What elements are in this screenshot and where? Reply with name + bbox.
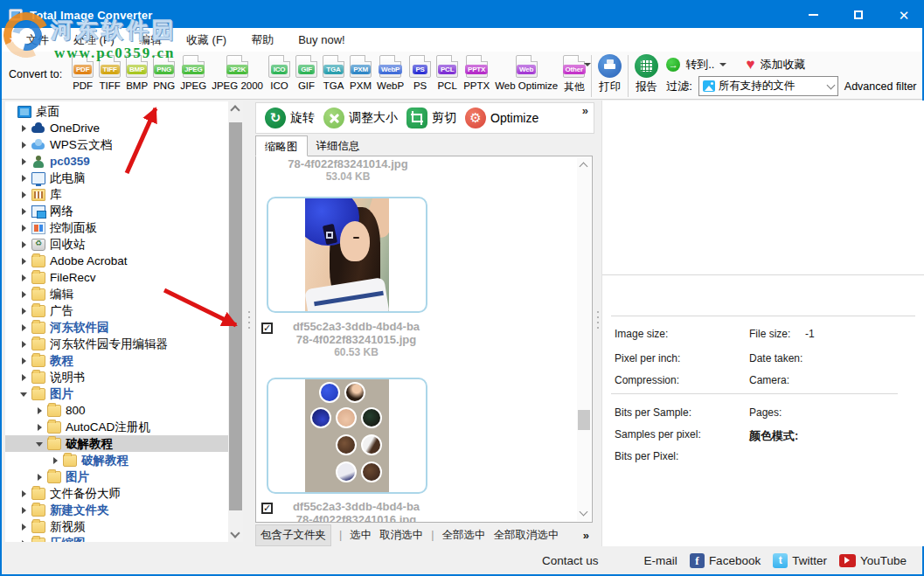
- file-checkbox[interactable]: ✓: [261, 323, 273, 334]
- tree-item[interactable]: Adobe Acrobat: [5, 253, 228, 269]
- file-item[interactable]: 78-4f022f83241014.jpg 53.04 KB: [265, 157, 431, 183]
- uncheck-button[interactable]: 取消选中: [379, 528, 423, 543]
- advanced-filter-link[interactable]: Advanced filter: [844, 80, 917, 93]
- twitter-link[interactable]: t Twitter: [773, 553, 827, 568]
- tree-caret-icon[interactable]: [17, 291, 30, 298]
- tree-caret-icon[interactable]: [17, 524, 30, 531]
- menu-buy-now[interactable]: Buy now!: [286, 30, 357, 50]
- tab-thumbnails[interactable]: 缩略图: [255, 135, 308, 156]
- scroll-up-icon[interactable]: [230, 105, 240, 115]
- tree-item[interactable]: 新建文件夹: [5, 502, 228, 518]
- thumbnail-card[interactable]: [267, 197, 427, 313]
- contact-us-link[interactable]: Contact us: [542, 554, 599, 567]
- report-button[interactable]: 报告: [635, 54, 658, 94]
- tree-caret-icon[interactable]: [33, 474, 45, 481]
- print-button[interactable]: 打印: [598, 54, 622, 94]
- tree-caret-icon[interactable]: [17, 274, 30, 281]
- tree-item[interactable]: 编辑: [5, 286, 228, 302]
- tree-item[interactable]: 图片: [5, 385, 228, 402]
- format-button[interactable]: TIFF TIFF: [96, 54, 123, 92]
- uncheck-all-button[interactable]: 全部取消选中: [494, 528, 559, 543]
- tree-item[interactable]: 此电脑: [5, 170, 228, 186]
- tree-caret-icon[interactable]: [17, 308, 30, 315]
- scrollbar-thumb[interactable]: [229, 122, 242, 510]
- format-button[interactable]: JPEG JPEG: [177, 54, 209, 92]
- format-button[interactable]: PDF PDF: [69, 54, 96, 92]
- menu-file[interactable]: 文件: [14, 29, 61, 52]
- tree-caret-icon[interactable]: [17, 175, 30, 182]
- scrollbar-thumb[interactable]: [578, 410, 590, 430]
- menu-edit[interactable]: 编辑: [127, 29, 174, 52]
- tree-item[interactable]: 破解教程: [5, 435, 228, 452]
- tree-item[interactable]: 河东软件园: [5, 319, 228, 336]
- format-button[interactable]: Web Web Optimize: [492, 54, 560, 92]
- scroll-down-icon[interactable]: [580, 508, 588, 517]
- splitter-handle[interactable]: [595, 309, 601, 332]
- scroll-up-icon[interactable]: [580, 163, 588, 171]
- tree-item[interactable]: 新视频: [5, 518, 228, 535]
- menu-favorites[interactable]: 收藏 (F): [174, 29, 239, 52]
- tree-item[interactable]: 网络: [5, 203, 228, 219]
- tree-item[interactable]: 教程: [5, 352, 228, 369]
- tree-item[interactable]: 回收站: [5, 236, 228, 253]
- menu-help[interactable]: 帮助: [239, 29, 286, 52]
- format-button[interactable]: PNG PNG: [150, 54, 177, 92]
- toolbar-overflow-button[interactable]: »: [582, 104, 588, 117]
- tree-caret-icon[interactable]: [33, 407, 45, 414]
- file-list-scrollbar[interactable]: [577, 157, 591, 521]
- tree-caret-icon[interactable]: [17, 225, 30, 232]
- tree-item[interactable]: WPS云文档: [5, 136, 228, 153]
- format-button[interactable]: WebP WebP: [374, 54, 406, 92]
- tree-caret-icon[interactable]: [17, 258, 30, 265]
- resize-button[interactable]: 调整大小: [323, 108, 398, 128]
- optimize-button[interactable]: ⚙ Optimize: [465, 108, 538, 128]
- file-checkbox[interactable]: ✓: [261, 503, 273, 514]
- tree-caret-icon[interactable]: [17, 374, 30, 381]
- tree-caret-icon[interactable]: [17, 341, 30, 348]
- tree-item[interactable]: 库: [5, 186, 228, 203]
- format-button-other[interactable]: Other 其他: [560, 54, 587, 94]
- chevron-down-icon[interactable]: [719, 63, 726, 70]
- tree-item[interactable]: 压缩图: [5, 535, 228, 542]
- tree-item[interactable]: 河东软件园专用编辑器: [5, 336, 228, 352]
- tree-caret-icon[interactable]: [17, 241, 30, 248]
- tree-caret-icon[interactable]: [17, 540, 30, 543]
- tree-caret-icon[interactable]: [33, 441, 45, 447]
- youtube-link[interactable]: YouTube: [839, 554, 907, 567]
- format-button[interactable]: BMP BMP: [123, 54, 150, 92]
- tree-item[interactable]: OneDrive: [5, 120, 228, 136]
- email-link[interactable]: E-mail: [644, 554, 677, 567]
- format-button[interactable]: ICO ICO: [266, 54, 293, 92]
- tree-item[interactable]: pc0359: [5, 153, 228, 170]
- tree-item[interactable]: 图片: [5, 468, 228, 485]
- tree-item[interactable]: AutoCAD注册机: [5, 419, 228, 435]
- tree-item[interactable]: FileRecv: [5, 269, 228, 286]
- tree-caret-icon[interactable]: [17, 208, 30, 215]
- minimize-button[interactable]: [803, 5, 823, 24]
- splitter-handle[interactable]: [247, 309, 252, 332]
- tree-item[interactable]: 桌面: [5, 103, 228, 120]
- tree-scrollbar[interactable]: [228, 101, 243, 542]
- tree-caret-icon[interactable]: [33, 424, 45, 431]
- add-favorite-button[interactable]: 添加收藏: [761, 57, 806, 73]
- tree-caret-icon[interactable]: [17, 125, 30, 132]
- scroll-down-icon[interactable]: [230, 528, 240, 538]
- tree-item[interactable]: 800: [5, 402, 228, 419]
- rotate-button[interactable]: ↻ 旋转: [265, 108, 315, 128]
- tree-item[interactable]: 控制面板: [5, 219, 228, 236]
- tab-details[interactable]: 详细信息: [308, 135, 369, 156]
- format-button[interactable]: TGA TGA: [320, 54, 347, 92]
- thumbnail-card[interactable]: [267, 378, 427, 494]
- tree-caret-icon[interactable]: [17, 490, 30, 497]
- format-button[interactable]: PS PS: [406, 54, 434, 92]
- menu-process[interactable]: 处理 (P): [61, 29, 127, 52]
- maximize-button[interactable]: [849, 5, 868, 24]
- format-button[interactable]: PPTX PPTX: [461, 54, 492, 92]
- crop-button[interactable]: 剪切: [406, 108, 456, 128]
- facebook-link[interactable]: f Facebook: [690, 553, 761, 568]
- tree-caret-icon[interactable]: [17, 158, 30, 165]
- tree-item[interactable]: 破解教程: [5, 452, 228, 468]
- check-all-button[interactable]: 全部选中: [442, 528, 486, 543]
- goto-button[interactable]: 转到..: [685, 57, 714, 73]
- tree-caret-icon[interactable]: [17, 142, 30, 149]
